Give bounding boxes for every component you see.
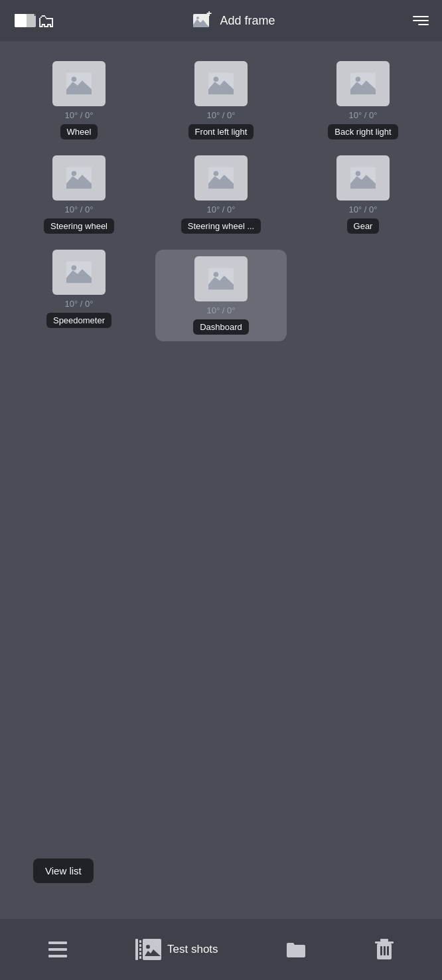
svg-rect-32: [48, 941, 67, 944]
folder-button[interactable]: [285, 939, 307, 960]
svg-rect-49: [387, 946, 389, 955]
svg-rect-48: [384, 946, 386, 955]
svg-point-25: [356, 171, 361, 177]
image-placeholder-icon: [208, 71, 234, 96]
grid-item[interactable]: 10° / 0°Gear: [297, 155, 429, 234]
new-folder-button[interactable]: + 🗂: [13, 9, 56, 33]
svg-rect-35: [135, 939, 138, 960]
thumbnail: [52, 155, 106, 201]
thumbnail: [336, 155, 390, 201]
thumbnail: [52, 61, 106, 106]
name-badge: Dashboard: [193, 319, 249, 335]
photo-grid: 10° / 0°Wheel 10° / 0°Front left light 1…: [0, 41, 442, 355]
name-badge: Gear: [347, 218, 380, 234]
svg-rect-41: [143, 939, 161, 960]
svg-point-19: [72, 171, 77, 177]
svg-point-28: [72, 266, 77, 271]
grid-item[interactable]: 10° / 0°Steering wheel: [13, 155, 145, 234]
name-badge: Front left light: [188, 124, 254, 139]
svg-point-31: [214, 272, 219, 278]
image-placeholder-icon: [208, 165, 234, 191]
svg-rect-40: [139, 956, 141, 959]
thumbnail: [194, 61, 248, 106]
add-frame-section[interactable]: + Add frame: [193, 11, 275, 30]
svg-rect-44: [375, 941, 394, 943]
angle-label: 10° / 0°: [207, 204, 236, 214]
svg-text:+: +: [32, 9, 37, 19]
folder-icon: [285, 939, 307, 960]
camera-strip-icon: [135, 939, 162, 960]
bottom-bar: Test shots: [0, 919, 442, 980]
angle-label: 10° / 0°: [207, 110, 236, 120]
grid-item[interactable]: 10° / 0°Back right light: [297, 61, 429, 139]
thumbnail: [194, 256, 248, 301]
new-folder-icon: +: [13, 9, 37, 33]
grid-item[interactable]: 10° / 0°Front left light: [155, 61, 287, 139]
header: + 🗂 + Add frame: [0, 0, 442, 41]
list-view-button[interactable]: [47, 939, 68, 960]
svg-rect-47: [380, 946, 382, 955]
grid-item[interactable]: 10° / 0°Steering wheel ...: [155, 155, 287, 234]
delete-button[interactable]: [374, 939, 395, 960]
svg-point-16: [356, 77, 361, 82]
grid-item[interactable]: 10° / 0°Wheel: [13, 61, 145, 139]
angle-label: 10° / 0°: [65, 110, 94, 120]
svg-point-6: [196, 17, 199, 19]
name-badge: Back right light: [328, 124, 398, 139]
svg-rect-45: [380, 939, 388, 941]
name-badge: Speedometer: [46, 313, 111, 328]
name-badge: Steering wheel ...: [181, 218, 261, 234]
add-frame-icon: +: [193, 11, 214, 30]
thumbnail: [194, 155, 248, 201]
svg-point-43: [146, 945, 150, 949]
thumbnail: [52, 250, 106, 295]
name-badge: Wheel: [60, 124, 98, 139]
angle-label: 10° / 0°: [65, 204, 94, 214]
angle-label: 10° / 0°: [349, 204, 378, 214]
grid: 10° / 0°Wheel 10° / 0°Front left light 1…: [13, 61, 429, 341]
image-placeholder-icon: [66, 165, 92, 191]
view-list-button[interactable]: View list: [33, 858, 94, 883]
hamburger-line-1: [413, 16, 429, 17]
thumbnail: [336, 61, 390, 106]
svg-rect-38: [139, 948, 141, 951]
svg-rect-39: [139, 952, 141, 955]
angle-label: 10° / 0°: [349, 110, 378, 120]
image-placeholder-icon: [350, 165, 376, 191]
list-view-icon: [47, 939, 68, 960]
svg-rect-36: [139, 940, 141, 943]
folder-plus-icon[interactable]: 🗂: [37, 10, 56, 32]
add-frame-label: Add frame: [220, 14, 275, 28]
svg-rect-37: [139, 944, 141, 947]
angle-label: 10° / 0°: [65, 299, 94, 309]
image-placeholder-icon: [66, 260, 92, 285]
svg-rect-34: [48, 955, 67, 957]
grid-item[interactable]: 10° / 0°Dashboard: [155, 250, 287, 341]
grid-item[interactable]: 10° / 0°Speedometer: [13, 250, 145, 341]
svg-point-10: [72, 77, 77, 82]
svg-point-13: [214, 77, 219, 82]
delete-icon: [374, 939, 395, 960]
image-placeholder-icon: [208, 266, 234, 291]
svg-text:+: +: [206, 11, 212, 19]
hamburger-line-2: [413, 20, 429, 21]
svg-rect-33: [48, 948, 67, 951]
test-shots-section[interactable]: Test shots: [135, 939, 218, 960]
angle-label: 10° / 0°: [207, 305, 236, 315]
svg-point-22: [214, 171, 219, 177]
menu-button[interactable]: [413, 16, 429, 25]
image-placeholder-icon: [66, 71, 92, 96]
name-badge: Steering wheel: [44, 218, 114, 234]
image-placeholder-icon: [350, 71, 376, 96]
hamburger-icon[interactable]: [413, 16, 429, 25]
test-shots-label: Test shots: [167, 943, 218, 956]
hamburger-line-3: [418, 24, 429, 25]
